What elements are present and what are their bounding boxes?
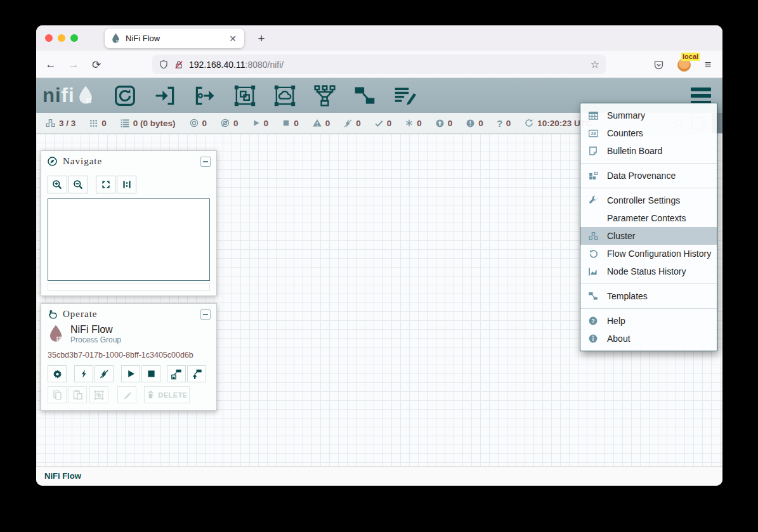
menu-item-label: About xyxy=(607,334,631,344)
brush-icon xyxy=(122,390,132,400)
menu-item-bulletin-board[interactable]: Bulletin Board xyxy=(580,142,717,160)
browser-navbar: ← → ⟳ 192.168.40.11:8080/nifi/ ☆ local ≡ xyxy=(36,51,722,78)
navigate-tools xyxy=(48,176,210,193)
running-count: 0 xyxy=(264,119,269,128)
new-tab-button[interactable]: + xyxy=(252,29,271,48)
upload-template-button[interactable] xyxy=(187,365,206,382)
disabled-icon xyxy=(343,119,353,128)
operate-buttons-row-1 xyxy=(48,365,210,382)
zoom-in-icon xyxy=(52,179,63,190)
enable-button[interactable] xyxy=(74,365,93,382)
delete-button[interactable]: DELETE xyxy=(144,386,190,403)
about-icon xyxy=(588,334,598,344)
url-text: 192.168.40.11:8080/nifi/ xyxy=(189,60,591,70)
zoom-in-button[interactable] xyxy=(48,176,67,193)
browser-tab-bar: NiFi Flow ✕ + xyxy=(36,25,722,51)
menu-item-data-provenance[interactable]: Data Provenance xyxy=(580,167,717,185)
running-icon xyxy=(252,119,261,127)
disabled-count: 0 xyxy=(356,119,361,128)
navigate-header[interactable]: Navigate xyxy=(41,151,216,169)
menu-item-templates[interactable]: Templates xyxy=(580,287,717,305)
save-template-button[interactable] xyxy=(167,365,186,382)
menu-item-label: Flow Configuration History xyxy=(607,249,711,259)
stop-icon xyxy=(146,368,157,379)
component-type: Process Group xyxy=(70,335,121,344)
not-transmitting-icon xyxy=(220,118,230,128)
summary-icon xyxy=(588,110,599,121)
paste-button[interactable] xyxy=(68,386,87,403)
help-icon xyxy=(588,316,598,326)
menu-item-summary[interactable]: Summary xyxy=(580,107,717,124)
output-port-icon[interactable] xyxy=(193,84,216,107)
menu-item-help[interactable]: Help xyxy=(580,312,717,330)
start-button[interactable] xyxy=(121,365,140,382)
menu-item-controller-settings[interactable]: Controller Settings xyxy=(580,191,717,209)
not-transmitting-status: 0 xyxy=(220,118,239,128)
input-port-icon[interactable] xyxy=(154,84,176,107)
zoom-window-button[interactable] xyxy=(70,34,78,42)
logo-text-fi: fi xyxy=(62,85,75,107)
navigate-title: Navigate xyxy=(63,156,200,167)
stop-button[interactable] xyxy=(141,365,160,382)
component-name: NiFi Flow xyxy=(70,323,121,335)
nifi-favicon xyxy=(111,33,121,44)
copy-button[interactable] xyxy=(48,386,67,403)
cluster-menu-icon xyxy=(588,231,599,242)
menu-item-cluster[interactable]: Cluster xyxy=(580,227,717,245)
color-button[interactable] xyxy=(117,386,136,403)
shield-icon[interactable] xyxy=(159,60,169,70)
cluster-status: 3 / 3 xyxy=(45,118,75,129)
url-bar[interactable]: 192.168.40.11:8080/nifi/ ☆ xyxy=(152,55,606,74)
account-avatar[interactable]: local xyxy=(676,56,692,73)
close-window-button[interactable] xyxy=(45,34,53,42)
sync-failure-count: 0 xyxy=(506,119,511,128)
refresh-icon[interactable] xyxy=(524,118,534,128)
browser-tab[interactable]: NiFi Flow ✕ xyxy=(105,29,244,48)
processor-icon[interactable] xyxy=(114,84,136,107)
selected-component: NiFi Flow Process Group xyxy=(48,323,210,344)
group-selection-icon xyxy=(94,390,104,400)
zoom-out-button[interactable] xyxy=(69,176,88,193)
bookmark-star-icon[interactable]: ☆ xyxy=(591,58,599,70)
menu-item-node-status-history[interactable]: Node Status History xyxy=(580,263,717,280)
back-button[interactable]: ← xyxy=(42,56,59,73)
group-button[interactable] xyxy=(89,386,108,403)
breadcrumb[interactable]: NiFi Flow xyxy=(36,466,722,486)
disable-button[interactable] xyxy=(95,365,114,382)
global-menu: Summary Counters Bulletin Board Data Pro… xyxy=(580,103,717,351)
zoom-fit-button[interactable] xyxy=(96,176,115,193)
zoom-actual-size-button[interactable] xyxy=(117,176,136,193)
menu-item-about[interactable]: About xyxy=(580,330,717,347)
bolt-slash-icon xyxy=(99,369,109,379)
forward-button[interactable]: → xyxy=(65,56,82,73)
menu-item-flow-configuration-history[interactable]: Flow Configuration History xyxy=(580,245,717,263)
wrench-icon xyxy=(588,195,598,205)
compass-icon xyxy=(47,156,58,167)
cluster-count: 3 / 3 xyxy=(59,119,75,128)
menu-divider xyxy=(580,188,717,188)
stale-status: 0 xyxy=(435,119,453,128)
collapse-operate-button[interactable] xyxy=(200,309,211,320)
label-icon[interactable] xyxy=(393,84,416,107)
insecure-lock-icon[interactable] xyxy=(174,60,184,70)
menu-item-counters[interactable]: Counters xyxy=(580,124,717,142)
browser-menu-icon[interactable]: ≡ xyxy=(700,56,716,73)
remote-process-group-icon[interactable] xyxy=(273,84,296,107)
menu-divider xyxy=(580,308,717,309)
pocket-icon[interactable] xyxy=(650,56,667,73)
collapse-navigate-button[interactable] xyxy=(200,157,211,167)
operate-title: Operate xyxy=(63,309,200,320)
close-tab-icon[interactable]: ✕ xyxy=(229,34,237,44)
reload-button[interactable]: ⟳ xyxy=(88,56,105,73)
operate-header[interactable]: Operate xyxy=(41,304,216,322)
breadcrumb-label: NiFi Flow xyxy=(44,471,81,481)
menu-item-parameter-contexts[interactable]: Parameter Contexts xyxy=(580,209,717,227)
configure-button[interactable] xyxy=(48,365,67,382)
process-group-icon[interactable] xyxy=(233,84,256,107)
copy-icon xyxy=(52,389,63,400)
funnel-icon[interactable] xyxy=(313,84,336,107)
template-icon[interactable] xyxy=(353,84,376,107)
birdseye-minimap[interactable] xyxy=(48,198,210,281)
logo-text-ni: ni xyxy=(42,85,62,107)
minimize-window-button[interactable] xyxy=(58,34,65,42)
